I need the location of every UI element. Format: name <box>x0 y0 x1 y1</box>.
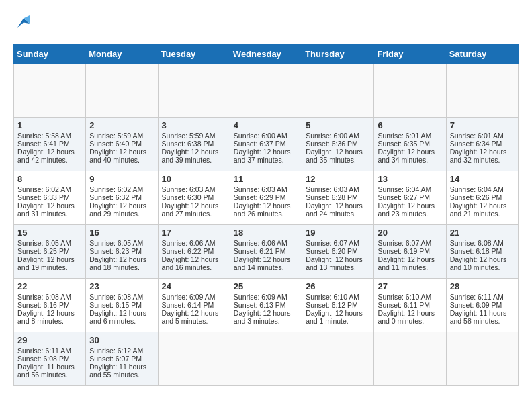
day-number: 13 <box>378 174 442 184</box>
day-info-line: Sunset: 6:38 PM <box>162 140 226 148</box>
calendar-cell <box>302 332 374 386</box>
calendar-cell: 10Sunrise: 6:03 AMSunset: 6:30 PMDayligh… <box>158 171 230 225</box>
calendar-cell <box>446 64 518 118</box>
day-info-line: Sunset: 6:12 PM <box>306 301 370 309</box>
day-info-line: and 3 minutes. <box>234 317 298 325</box>
calendar-week-row: 8Sunrise: 6:02 AMSunset: 6:33 PMDaylight… <box>14 171 519 225</box>
calendar-cell <box>230 64 302 118</box>
day-info-line: Sunrise: 6:02 AM <box>89 185 154 193</box>
day-number: 20 <box>378 228 442 238</box>
day-number: 17 <box>162 228 226 238</box>
day-info-line: Daylight: 11 hours <box>17 363 82 371</box>
day-info-line: Sunset: 6:32 PM <box>89 193 154 201</box>
day-number: 4 <box>234 120 298 130</box>
day-info-line: Daylight: 12 hours <box>234 148 298 156</box>
calendar-cell: 1Sunrise: 5:58 AMSunset: 6:41 PMDaylight… <box>14 118 86 171</box>
day-info-line: and 11 minutes. <box>378 263 442 271</box>
calendar-cell <box>86 64 158 118</box>
day-info-line: Sunrise: 5:58 AM <box>17 132 82 140</box>
day-number: 19 <box>306 228 370 238</box>
day-info-line: Sunset: 6:14 PM <box>162 301 226 309</box>
calendar-cell: 4Sunrise: 6:00 AMSunset: 6:37 PMDaylight… <box>230 118 302 171</box>
calendar-cell: 2Sunrise: 5:59 AMSunset: 6:40 PMDaylight… <box>86 118 158 171</box>
day-info-line: Sunrise: 6:09 AM <box>234 293 298 301</box>
day-info-line: Sunset: 6:37 PM <box>234 140 298 148</box>
day-info-line: Sunset: 6:28 PM <box>306 193 370 201</box>
calendar-cell: 15Sunrise: 6:05 AMSunset: 6:25 PMDayligh… <box>14 225 86 279</box>
calendar-cell: 14Sunrise: 6:04 AMSunset: 6:26 PMDayligh… <box>446 171 518 225</box>
calendar-week-row: 15Sunrise: 6:05 AMSunset: 6:25 PMDayligh… <box>14 225 519 279</box>
calendar-table: SundayMondayTuesdayWednesdayThursdayFrid… <box>13 44 519 386</box>
col-header-monday: Monday <box>86 45 158 64</box>
day-info-line: Sunset: 6:19 PM <box>378 247 442 255</box>
day-number: 8 <box>17 174 82 184</box>
day-number: 27 <box>378 281 442 291</box>
day-info-line: Sunrise: 6:09 AM <box>162 293 226 301</box>
day-info-line: Sunrise: 6:02 AM <box>17 185 82 193</box>
day-info-line: and 35 minutes. <box>306 156 370 164</box>
day-info-line: and 23 minutes. <box>378 210 442 218</box>
day-info-line: and 13 minutes. <box>306 263 370 271</box>
day-number: 3 <box>162 120 226 130</box>
day-number: 30 <box>89 335 154 345</box>
day-info-line: Daylight: 12 hours <box>89 309 154 317</box>
day-info-line: Daylight: 12 hours <box>162 148 226 156</box>
day-number: 26 <box>306 281 370 291</box>
day-info-line: Sunrise: 6:08 AM <box>17 293 82 301</box>
day-info-line: Daylight: 12 hours <box>17 148 82 156</box>
day-info-line: Sunrise: 6:06 AM <box>162 239 226 247</box>
day-info-line: Sunset: 6:27 PM <box>378 193 442 201</box>
day-number: 21 <box>450 228 515 238</box>
day-info-line: and 8 minutes. <box>17 317 82 325</box>
day-info-line: Sunset: 6:25 PM <box>17 247 82 255</box>
calendar-cell: 11Sunrise: 6:03 AMSunset: 6:29 PMDayligh… <box>230 171 302 225</box>
calendar-cell <box>158 332 230 386</box>
day-info-line: Sunset: 6:26 PM <box>450 193 515 201</box>
calendar-cell <box>374 332 446 386</box>
day-info-line: and 56 minutes. <box>17 371 82 379</box>
day-info-line: Sunset: 6:23 PM <box>89 247 154 255</box>
calendar-cell <box>158 64 230 118</box>
day-info-line: Sunrise: 6:04 AM <box>450 185 515 193</box>
day-info-line: and 5 minutes. <box>162 317 226 325</box>
day-info-line: Daylight: 12 hours <box>378 309 442 317</box>
calendar-cell: 20Sunrise: 6:07 AMSunset: 6:19 PMDayligh… <box>374 225 446 279</box>
day-info-line: Daylight: 12 hours <box>450 255 515 263</box>
day-info-line: Sunrise: 6:11 AM <box>17 347 82 355</box>
day-info-line: Daylight: 12 hours <box>89 148 154 156</box>
calendar-cell: 6Sunrise: 6:01 AMSunset: 6:35 PMDaylight… <box>374 118 446 171</box>
day-info-line: and 0 minutes. <box>378 317 442 325</box>
day-info-line: and 26 minutes. <box>234 210 298 218</box>
day-number: 5 <box>306 120 370 130</box>
day-number: 15 <box>17 228 82 238</box>
day-info-line: Sunrise: 6:04 AM <box>378 185 442 193</box>
day-info-line: Sunset: 6:30 PM <box>162 193 226 201</box>
day-info-line: Daylight: 12 hours <box>234 255 298 263</box>
day-info-line: Daylight: 11 hours <box>89 363 154 371</box>
day-info-line: Sunset: 6:13 PM <box>234 301 298 309</box>
page-header <box>13 13 519 34</box>
day-info-line: Sunrise: 6:05 AM <box>17 239 82 247</box>
day-info-line: and 27 minutes. <box>162 210 226 218</box>
day-info-line: Sunset: 6:16 PM <box>17 301 82 309</box>
day-info-line: Sunset: 6:21 PM <box>234 247 298 255</box>
day-info-line: Sunset: 6:41 PM <box>17 140 82 148</box>
day-info-line: Daylight: 12 hours <box>17 201 82 210</box>
day-info-line: and 24 minutes. <box>306 210 370 218</box>
day-info-line: and 14 minutes. <box>234 263 298 271</box>
day-info-line: Daylight: 12 hours <box>378 255 442 263</box>
day-info-line: Daylight: 12 hours <box>162 201 226 210</box>
calendar-cell <box>446 332 518 386</box>
day-number: 22 <box>17 281 82 291</box>
day-info-line: Daylight: 11 hours <box>450 309 515 317</box>
day-number: 10 <box>162 174 226 184</box>
calendar-cell: 17Sunrise: 6:06 AMSunset: 6:22 PMDayligh… <box>158 225 230 279</box>
col-header-saturday: Saturday <box>446 45 518 64</box>
day-info-line: and 42 minutes. <box>17 156 82 164</box>
calendar-cell: 26Sunrise: 6:10 AMSunset: 6:12 PMDayligh… <box>302 279 374 332</box>
day-info-line: Sunrise: 6:01 AM <box>450 132 515 140</box>
day-info-line: Sunset: 6:33 PM <box>17 193 82 201</box>
day-info-line: and 37 minutes. <box>234 156 298 164</box>
col-header-sunday: Sunday <box>14 45 86 64</box>
day-info-line: Sunrise: 6:00 AM <box>306 132 370 140</box>
